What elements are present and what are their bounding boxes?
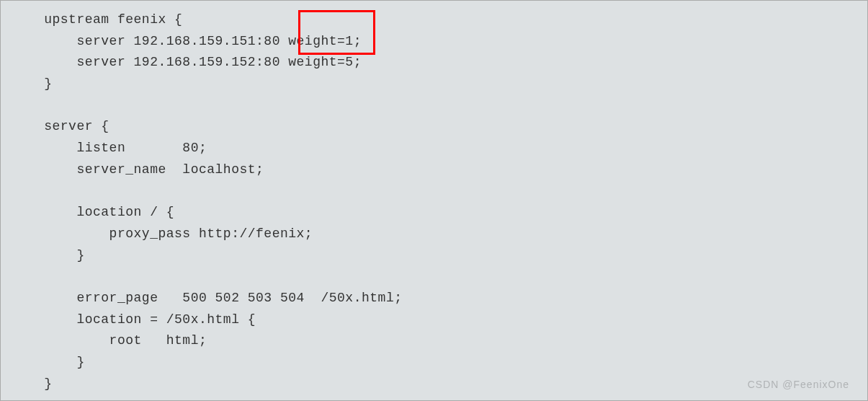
- code-line: server_name localhost;: [12, 162, 264, 177]
- code-line: error_page 500 502 503 504 /50x.html;: [12, 291, 402, 305]
- csdn-watermark: CSDN @FeenixOne: [748, 376, 849, 393]
- code-line: }: [12, 355, 85, 369]
- code-line: server {: [12, 119, 109, 133]
- code-line: location / {: [12, 205, 174, 219]
- code-line: proxy_pass http://feenix;: [12, 226, 313, 241]
- code-line: root html;: [12, 333, 207, 348]
- code-line: }: [12, 248, 85, 263]
- code-line: location = /50x.html {: [12, 312, 256, 327]
- code-line: upstream feenix {: [12, 12, 182, 27]
- code-line: listen 80;: [12, 141, 207, 155]
- code-line: }: [12, 376, 53, 391]
- code-line: }: [12, 76, 53, 91]
- code-line: server 192.168.159.152:80 weight=5;: [12, 55, 362, 69]
- code-line: server 192.168.159.151:80 weight=1;: [12, 34, 362, 48]
- nginx-config-code: upstream feenix { server 192.168.159.151…: [12, 9, 856, 395]
